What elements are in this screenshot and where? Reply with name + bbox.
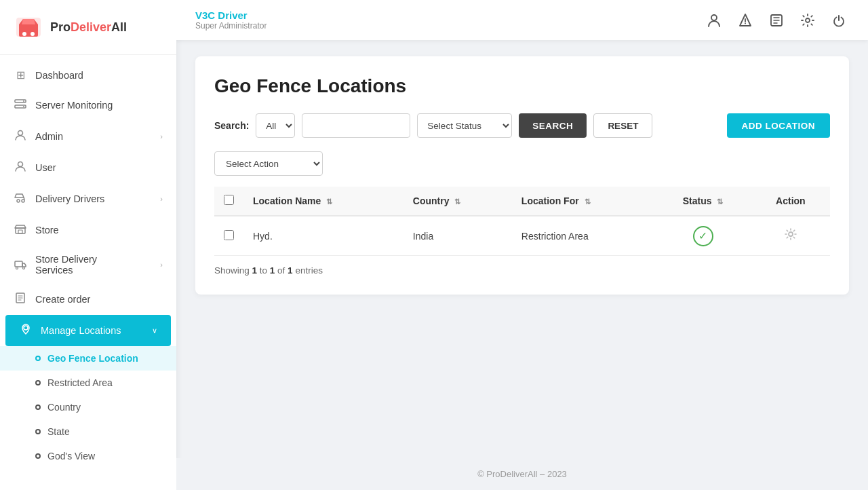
header-icons bbox=[704, 10, 849, 31]
svg-point-8 bbox=[18, 162, 23, 167]
svg-point-10 bbox=[22, 200, 24, 202]
col-country[interactable]: Country ⇅ bbox=[403, 187, 512, 216]
svg-point-2 bbox=[31, 32, 35, 36]
sub-item-restricted-area[interactable]: Restricted Area bbox=[0, 371, 176, 395]
sidebar-item-admin[interactable]: Admin › bbox=[0, 121, 176, 152]
total-value: 1 bbox=[288, 265, 293, 276]
sidebar-item-create-order[interactable]: Create order bbox=[0, 284, 176, 315]
chevron-right-icon: › bbox=[160, 132, 163, 140]
col-label: Location For bbox=[521, 195, 579, 206]
sidebar-item-store[interactable]: Store bbox=[0, 214, 176, 246]
svg-rect-13 bbox=[15, 261, 22, 267]
sidebar-item-store-delivery-services[interactable]: Store DeliveryServices › bbox=[0, 246, 176, 284]
filter-type-select[interactable]: All bbox=[256, 113, 295, 138]
add-location-button[interactable]: ADD LOCATION bbox=[727, 113, 831, 138]
sub-item-state[interactable]: State bbox=[0, 419, 176, 444]
country-cell: India bbox=[403, 216, 512, 256]
row-checkbox[interactable] bbox=[224, 230, 234, 240]
sidebar-item-label: Store bbox=[35, 225, 163, 235]
sidebar-item-dashboard[interactable]: ⊞ Dashboard bbox=[0, 60, 176, 90]
sidebar-item-label: Admin bbox=[35, 131, 152, 142]
reset-button[interactable]: RESET bbox=[593, 113, 652, 138]
sub-item-label: God's View bbox=[47, 451, 95, 461]
svg-point-14 bbox=[16, 267, 18, 269]
sub-item-label: Geo Fence Location bbox=[47, 353, 138, 364]
sidebar-item-user[interactable]: User bbox=[0, 152, 176, 183]
user-role: Super Administrator bbox=[195, 21, 267, 31]
sort-icon: ⇅ bbox=[717, 197, 723, 206]
sidebar-nav: ⊞ Dashboard Server Monitoring Admin › Us… bbox=[0, 55, 176, 490]
status-check-icon: ✓ bbox=[693, 226, 713, 246]
delivery-drivers-icon bbox=[14, 191, 27, 206]
col-location-name[interactable]: Location Name ⇅ bbox=[243, 187, 403, 216]
col-label: Location Name bbox=[253, 195, 321, 206]
search-button[interactable]: SEARCH bbox=[519, 113, 587, 138]
action-cell bbox=[751, 216, 830, 256]
svg-point-6 bbox=[23, 106, 24, 107]
store-icon bbox=[14, 223, 27, 238]
sub-item-label: Restricted Area bbox=[47, 377, 113, 388]
sidebar-item-server-monitoring[interactable]: Server Monitoring bbox=[0, 90, 176, 121]
chevron-right-icon: › bbox=[160, 261, 163, 269]
sidebar: ProDeliverAll ⊞ Dashboard Server Monitor… bbox=[0, 0, 176, 490]
page-card: Geo Fence Locations Search: All Select S… bbox=[195, 56, 849, 295]
footer: © ProDeliverAll – 2023 bbox=[176, 458, 868, 490]
svg-point-22 bbox=[789, 232, 793, 236]
sub-dot-icon bbox=[35, 356, 41, 361]
sort-icon: ⇅ bbox=[326, 197, 332, 206]
sub-item-label: State bbox=[47, 426, 70, 437]
search-input[interactable] bbox=[302, 113, 410, 138]
svg-point-15 bbox=[23, 267, 25, 269]
col-status[interactable]: Status ⇅ bbox=[654, 187, 751, 216]
sub-item-geo-fence-location[interactable]: Geo Fence Location bbox=[0, 346, 176, 371]
power-header-icon[interactable] bbox=[829, 10, 849, 31]
search-bar: Search: All Select Status Active Inactiv… bbox=[214, 113, 830, 138]
sidebar-item-label: Dashboard bbox=[35, 70, 163, 81]
sub-dot-icon bbox=[35, 404, 41, 410]
status-cell: ✓ bbox=[654, 216, 751, 256]
sidebar-item-label: User bbox=[35, 162, 163, 173]
user-icon bbox=[14, 160, 27, 175]
sidebar-item-label: Server Monitoring bbox=[35, 100, 163, 111]
edit-header-icon[interactable] bbox=[766, 10, 787, 31]
status-select[interactable]: Select Status Active Inactive bbox=[417, 113, 512, 138]
sub-item-country[interactable]: Country bbox=[0, 395, 176, 419]
table-row: Hyd. India Restriction Area ✓ bbox=[214, 216, 830, 256]
svg-point-19 bbox=[745, 22, 746, 24]
from-value: 1 bbox=[252, 265, 258, 276]
select-all-checkbox[interactable] bbox=[224, 195, 234, 205]
logo-text: ProDeliverAll bbox=[50, 20, 127, 35]
table-header-row: Location Name ⇅ Country ⇅ Location For ⇅ bbox=[214, 187, 830, 216]
dashboard-icon: ⊞ bbox=[14, 69, 27, 81]
col-label: Status bbox=[683, 195, 712, 206]
sidebar-item-manage-locations[interactable]: Manage Locations ∨ bbox=[5, 315, 171, 346]
settings-header-icon[interactable] bbox=[797, 10, 818, 31]
create-order-icon bbox=[14, 292, 27, 307]
sub-item-label: Country bbox=[47, 402, 81, 413]
sub-item-gods-view[interactable]: God's View bbox=[0, 444, 176, 468]
search-label: Search: bbox=[214, 120, 249, 131]
sub-dot-icon bbox=[35, 429, 41, 434]
sidebar-item-label: Create order bbox=[35, 294, 163, 305]
alert-header-icon[interactable] bbox=[735, 10, 755, 31]
admin-icon bbox=[14, 129, 27, 144]
store-delivery-icon bbox=[14, 257, 27, 272]
logo: ProDeliverAll bbox=[0, 0, 176, 55]
footer-text: © ProDeliverAll – 2023 bbox=[477, 469, 567, 479]
user-header-icon[interactable] bbox=[704, 10, 724, 31]
sort-icon: ⇅ bbox=[585, 197, 591, 206]
sidebar-item-label: Manage Locations bbox=[41, 325, 144, 336]
action-select[interactable]: Select Action Delete Activate bbox=[214, 151, 323, 176]
col-action: Action bbox=[751, 187, 830, 216]
sort-icon: ⇅ bbox=[454, 197, 460, 206]
pagination-info: Showing 1 to 1 of 1 entries bbox=[214, 265, 830, 276]
svg-point-7 bbox=[18, 131, 23, 136]
sidebar-item-label: Store DeliveryServices bbox=[35, 254, 152, 276]
header: V3C Driver Super Administrator bbox=[176, 0, 868, 40]
row-action-gear-button[interactable] bbox=[781, 225, 800, 247]
col-location-for[interactable]: Location For ⇅ bbox=[512, 187, 655, 216]
server-monitoring-icon bbox=[14, 98, 27, 113]
sidebar-item-delivery-drivers[interactable]: Delivery Drivers › bbox=[0, 183, 176, 214]
chevron-down-icon: ∨ bbox=[152, 326, 157, 335]
user-info: V3C Driver Super Administrator bbox=[195, 10, 267, 31]
